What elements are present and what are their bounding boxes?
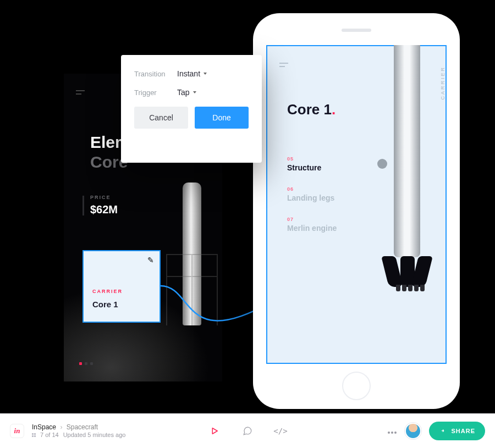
transition-value: Instant (177, 69, 200, 78)
canvas-stage: Eleme Core PRICE $62M ✎ CARRIER Core 1 T… (0, 0, 495, 413)
menu-icon[interactable] (279, 63, 288, 69)
invision-logo[interactable]: in (10, 424, 24, 438)
transition-label: Transition (134, 70, 177, 78)
hotspot-category: CARRIER (92, 289, 123, 294)
artboard-light[interactable]: CARRIER Core 1. 05 Structure 06 Landing … (266, 45, 447, 364)
play-icon[interactable] (209, 425, 220, 436)
device-earpiece (342, 29, 371, 32)
list-item[interactable]: 07 Merlin engine (287, 217, 337, 233)
core-title: Core 1. (287, 101, 336, 118)
done-button[interactable]: Done (195, 107, 249, 129)
vertical-label: CARRIER (440, 66, 446, 100)
share-arrow-icon (439, 427, 447, 435)
device-home-button[interactable] (342, 372, 371, 400)
section-name[interactable]: Spacecraft (67, 423, 98, 431)
list-item[interactable]: 06 Landing legs (287, 186, 337, 202)
transition-select[interactable]: Instant (177, 69, 207, 78)
item-number: 07 (287, 217, 337, 222)
menu-icon[interactable] (76, 90, 85, 97)
share-button[interactable]: SHARE (429, 422, 485, 440)
avatar[interactable] (405, 423, 421, 439)
more-icon[interactable] (387, 426, 397, 436)
right-toolbar: SHARE (387, 422, 485, 440)
item-number: 05 (287, 156, 337, 162)
price-label: PRICE (90, 195, 118, 200)
chevron-down-icon (204, 73, 207, 75)
edit-icon[interactable]: ✎ (147, 256, 154, 264)
page-dots[interactable] (79, 357, 96, 367)
price-value: $62M (90, 203, 118, 216)
price-block: PRICE $62M (90, 195, 118, 216)
center-toolbar: </> (209, 425, 286, 436)
breadcrumb-separator: › (60, 423, 62, 431)
cancel-button[interactable]: Cancel (134, 107, 188, 129)
trigger-select[interactable]: Tap (177, 88, 196, 97)
transition-popover: Transition Instant Trigger Tap Cancel Do… (121, 55, 262, 163)
trigger-label: Trigger (134, 89, 177, 97)
project-name[interactable]: InSpace (32, 423, 56, 431)
app-bar: in InSpace › Spacecraft 7 of 14 Updated … (0, 413, 495, 448)
item-label: Merlin engine (287, 224, 337, 233)
item-label: Structure (287, 163, 337, 172)
item-number: 06 (287, 186, 337, 192)
breadcrumb: InSpace › Spacecraft 7 of 14 Updated 5 m… (32, 423, 125, 439)
trigger-value: Tap (177, 88, 190, 97)
hotspot-card[interactable]: ✎ CARRIER Core 1 (82, 250, 161, 323)
list-item[interactable]: 05 Structure (287, 156, 337, 172)
rocket-small-graphic (183, 182, 201, 325)
core-title-text: Core 1 (287, 101, 332, 118)
screen-position: 7 of 14 (40, 432, 59, 439)
scroll-indicator[interactable] (377, 159, 387, 169)
section-list: 05 Structure 06 Landing legs 07 Merlin e… (287, 156, 337, 247)
hotspot-label: Core 1 (92, 300, 118, 309)
chevron-down-icon (193, 91, 196, 93)
item-label: Landing legs (287, 193, 337, 202)
share-label: SHARE (451, 428, 475, 434)
rocket-big-graphic (387, 46, 427, 283)
code-icon[interactable]: </> (275, 425, 286, 436)
device-frame: CARRIER Core 1. 05 Structure 06 Landing … (253, 13, 460, 409)
updated-label: Updated 5 minutes ago (63, 432, 126, 439)
grid-icon[interactable] (32, 433, 36, 437)
comment-icon[interactable] (242, 425, 253, 436)
